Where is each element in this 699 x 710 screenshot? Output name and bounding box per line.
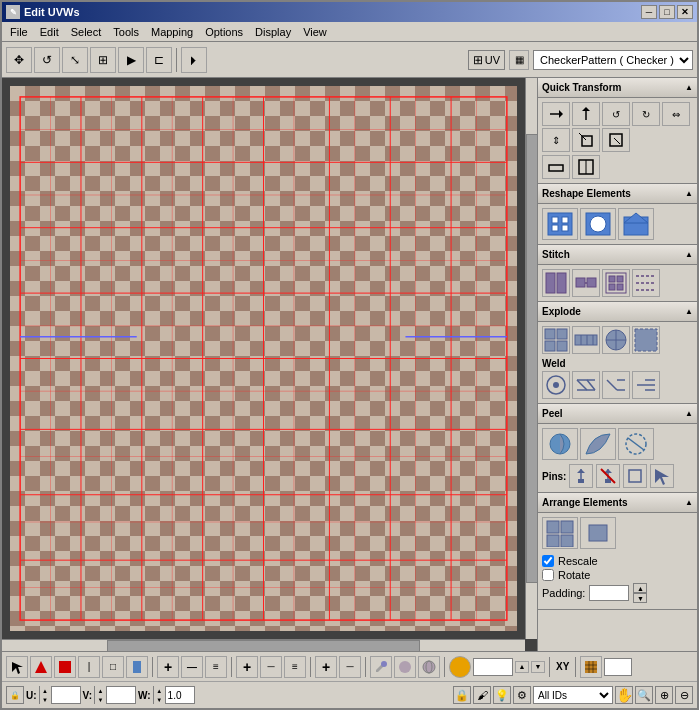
reshape-btn-1[interactable] (542, 208, 578, 240)
bt-plus2-btn[interactable]: + (236, 656, 258, 678)
horizontal-scrollbar[interactable] (2, 639, 525, 651)
freeform-button[interactable]: ⊞ (90, 47, 116, 73)
arrange-header[interactable]: Arrange Elements ▲ (538, 493, 697, 513)
v-input[interactable] (107, 687, 135, 703)
stitch-btn-3[interactable] (602, 269, 630, 297)
move-tool-button[interactable]: ✥ (6, 47, 32, 73)
maximize-button[interactable]: □ (659, 5, 675, 19)
peel-btn-1[interactable] (542, 428, 578, 460)
menu-options[interactable]: Options (199, 24, 249, 40)
qt-align-btn[interactable] (572, 155, 600, 179)
stitch-btn-1[interactable] (542, 269, 570, 297)
arrange-btn-2[interactable] (580, 517, 616, 549)
bt-rotate-btn[interactable] (126, 656, 148, 678)
bt-plus-btn[interactable]: + (157, 656, 179, 678)
pan-btn[interactable]: ✋ (615, 686, 633, 704)
value-input[interactable]: 0.0 (473, 658, 513, 676)
qt-scale-down-btn[interactable] (602, 128, 630, 152)
menu-mapping[interactable]: Mapping (145, 24, 199, 40)
explode-btn-3[interactable] (602, 326, 630, 354)
bt-red-rect-btn[interactable] (54, 656, 76, 678)
pin-remove-btn[interactable] (596, 464, 620, 488)
vertical-scrollbar[interactable] (525, 78, 537, 639)
peel-btn-3[interactable] (618, 428, 654, 460)
uv-canvas-area[interactable] (2, 78, 537, 651)
bt-plus3-btn[interactable]: + (315, 656, 337, 678)
rescale-checkbox[interactable] (542, 555, 554, 567)
peel-btn-2[interactable] (580, 428, 616, 460)
pin-add-btn[interactable] (569, 464, 593, 488)
menu-file[interactable]: File (4, 24, 34, 40)
weld-btn-1[interactable] (542, 371, 570, 399)
bt-minus2-btn[interactable]: ─ (260, 656, 282, 678)
u-spinner[interactable]: ▲ ▼ (40, 686, 52, 704)
reshape-btn-3[interactable] (618, 208, 654, 240)
bt-sphere2-btn[interactable] (418, 656, 440, 678)
stitch-btn-4[interactable] (632, 269, 660, 297)
v-spinner[interactable]: ▲ ▼ (95, 686, 107, 704)
bt-lines-btn[interactable]: ≡ (205, 656, 227, 678)
bt-spinner-up[interactable]: ▲ (515, 661, 529, 673)
qt-flip-v-btn[interactable]: ⇕ (542, 128, 570, 152)
weld-btn-3[interactable] (602, 371, 630, 399)
grid-input[interactable]: 16 (604, 658, 632, 676)
qt-scale-up-btn[interactable] (572, 128, 600, 152)
weld-btn-4[interactable] (632, 371, 660, 399)
bt-spinner-dn[interactable]: ▼ (531, 661, 545, 673)
padding-down-btn[interactable]: ▼ (633, 593, 647, 603)
bt-sphere1-btn[interactable] (394, 656, 416, 678)
peel-header[interactable]: Peel ▲ (538, 404, 697, 424)
zoom-btn[interactable]: 🔍 (635, 686, 653, 704)
qt-move-v-btn[interactable] (572, 102, 600, 126)
pin-cursor-btn[interactable] (650, 464, 674, 488)
stitch-header[interactable]: Stitch ▲ (538, 245, 697, 265)
qt-normalize-btn[interactable] (542, 155, 570, 179)
loop-button[interactable]: ⊏ (146, 47, 172, 73)
qt-move-u-btn[interactable] (542, 102, 570, 126)
scale-tool-button[interactable]: ⤡ (62, 47, 88, 73)
rotate-checkbox[interactable] (542, 569, 554, 581)
qt-rotate-ccw-btn[interactable]: ↺ (602, 102, 630, 126)
reshape-btn-2[interactable] (580, 208, 616, 240)
bt-select-btn[interactable] (6, 656, 28, 678)
w-spinner[interactable]: ▲ ▼ (154, 686, 166, 704)
bt-grid-btn[interactable] (580, 656, 602, 678)
minimize-button[interactable]: ─ (641, 5, 657, 19)
checkerboard-button[interactable]: ▦ (509, 50, 529, 70)
menu-view[interactable]: View (297, 24, 333, 40)
h-scroll-thumb[interactable] (107, 640, 421, 651)
reshape-header[interactable]: Reshape Elements ▲ (538, 184, 697, 204)
bt-eyedrop-btn[interactable] (370, 656, 392, 678)
bt-rect-btn[interactable]: □ (102, 656, 124, 678)
menu-select[interactable]: Select (65, 24, 108, 40)
padding-up-btn[interactable]: ▲ (633, 583, 647, 593)
close-button[interactable]: ✕ (677, 5, 693, 19)
qt-flip-h-btn[interactable]: ⇔ (662, 102, 690, 126)
menu-display[interactable]: Display (249, 24, 297, 40)
zoom-in-btn[interactable]: ⊕ (655, 686, 673, 704)
menu-edit[interactable]: Edit (34, 24, 65, 40)
u-input[interactable] (52, 687, 80, 703)
uv-toggle[interactable]: ⊞ UV (468, 50, 505, 70)
pin-select-btn[interactable] (623, 464, 647, 488)
select-button[interactable]: ▶ (118, 47, 144, 73)
arrange-btn-1[interactable] (542, 517, 578, 549)
explode-btn-2[interactable] (572, 326, 600, 354)
explode-btn-1[interactable] (542, 326, 570, 354)
bt-minus3-btn[interactable]: ─ (339, 656, 361, 678)
padding-input[interactable]: 0.02 (589, 585, 629, 601)
w-input[interactable]: 1.0 (166, 687, 194, 703)
lock-btn[interactable]: 🔒 (453, 686, 471, 704)
pattern-dropdown[interactable]: CheckerPattern ( Checker ) (533, 50, 693, 70)
bt-minus-btn[interactable]: ─ (181, 656, 203, 678)
light-btn[interactable]: 💡 (493, 686, 511, 704)
v-scroll-thumb[interactable] (526, 134, 537, 583)
bt-lines2-btn[interactable]: ≡ (284, 656, 306, 678)
paint-btn[interactable]: 🖌 (473, 686, 491, 704)
bt-orange-sphere[interactable] (449, 656, 471, 678)
zoom-out-btn[interactable]: ⊖ (675, 686, 693, 704)
quick-transform-header[interactable]: Quick Transform ▲ (538, 78, 697, 98)
weld-btn-2[interactable] (572, 371, 600, 399)
gear-btn[interactable]: ⚙ (513, 686, 531, 704)
rotate-tool-button[interactable]: ↺ (34, 47, 60, 73)
